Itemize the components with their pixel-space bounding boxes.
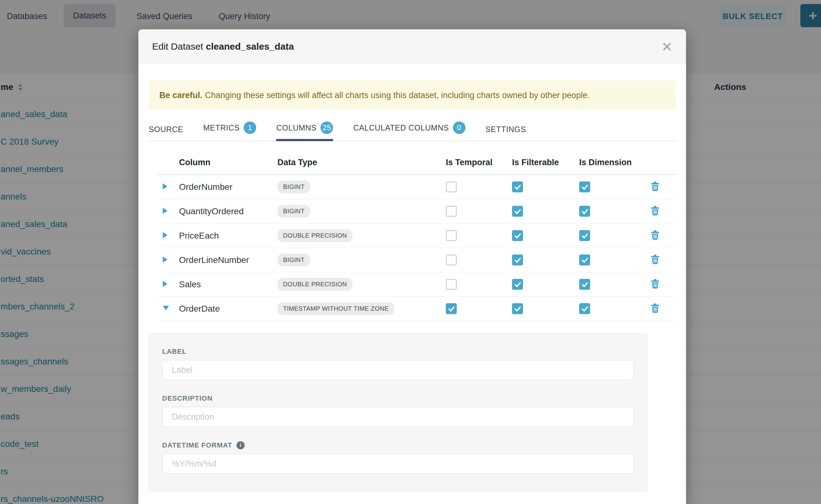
is-temporal-checkbox[interactable] [446,303,457,314]
caret-right-icon[interactable] [163,208,167,214]
column-name: PriceEach [179,231,277,241]
tab-calculated-columns[interactable]: CALCULATED COLUMNS 0 [353,121,465,141]
column-name: OrderNumber [179,182,277,192]
column-row: OrderLineNumber BIGINT [158,248,676,272]
is-temporal-checkbox[interactable] [446,230,457,241]
column-row: Sales DOUBLE PRECISION [158,272,676,297]
caret-right-icon[interactable] [163,281,167,287]
modal-tabs: SOURCE METRICS 1 COLUMNS 25 CALCULATED C… [149,124,676,141]
column-detail-panel: LABEL DESCRIPTION DATETIME FORMAT i [149,334,647,492]
close-icon[interactable] [662,41,672,52]
datetime-format-input[interactable] [162,454,634,474]
column-name: Sales [179,279,277,289]
description-field-label: DESCRIPTION [162,394,634,403]
tab-source[interactable]: SOURCE [149,125,183,141]
is-dimension-checkbox[interactable] [579,206,590,217]
columns-table-header: Column Data Type Is Temporal Is Filterab… [158,151,676,175]
header-is-temporal: Is Temporal [446,158,512,167]
tab-count-badge: 25 [320,121,333,134]
tab-settings[interactable]: SETTINGS [486,125,526,141]
caret-right-icon[interactable] [163,256,167,263]
data-type-pill: DOUBLE PRECISION [277,278,352,291]
column-row: QuantityOrdered BIGINT [158,199,676,224]
label-input[interactable] [162,360,634,380]
delete-column-button[interactable] [651,309,660,314]
tab-columns[interactable]: COLUMNS 25 [276,121,333,141]
is-temporal-checkbox[interactable] [446,254,457,265]
warning-bold: Be careful. [159,91,202,100]
header-data-type: Data Type [277,158,446,167]
is-dimension-checkbox[interactable] [579,279,590,290]
description-input[interactable] [162,407,634,427]
data-type-pill: BIGINT [277,205,310,218]
warning-banner: Be careful. Changing these settings will… [149,81,676,110]
column-row: OrderNumber BIGINT [158,175,676,199]
tab-count-badge: 1 [244,121,256,134]
datetime-format-field-label: DATETIME FORMAT i [162,441,634,449]
delete-column-button[interactable] [651,235,660,241]
is-filterable-checkbox[interactable] [512,181,523,192]
is-filterable-checkbox[interactable] [512,230,523,241]
delete-column-button[interactable] [651,284,660,289]
is-filterable-checkbox[interactable] [512,254,523,265]
columns-table: Column Data Type Is Temporal Is Filterab… [158,151,676,321]
info-icon[interactable]: i [236,441,245,449]
tab-count-badge: 0 [453,121,466,134]
trash-icon [651,303,660,313]
data-type-pill: DOUBLE PRECISION [277,229,352,242]
is-filterable-checkbox[interactable] [512,206,523,217]
trash-icon [651,181,660,191]
column-name: OrderDate [179,304,277,314]
modal-title: Edit Dataset cleaned_sales_data [152,41,294,52]
is-filterable-checkbox[interactable] [512,303,523,314]
delete-column-button[interactable] [651,187,660,192]
is-temporal-checkbox[interactable] [446,181,457,192]
label-field-label: LABEL [162,348,634,356]
tab-label: COLUMNS [276,123,316,132]
modal-title-prefix: Edit Dataset [152,41,203,52]
datetime-format-label-text: DATETIME FORMAT [162,441,232,449]
modal-body: Be careful. Changing these settings will… [138,81,686,492]
warning-text: Changing these settings will affect all … [205,91,590,100]
data-type-pill: BIGINT [277,254,310,266]
tab-label: SETTINGS [486,125,526,134]
header-is-filterable: Is Filterable [512,158,579,167]
column-name: OrderLineNumber [179,255,277,265]
is-dimension-checkbox[interactable] [579,181,590,192]
tab-label: CALCULATED COLUMNS [353,123,449,132]
is-dimension-checkbox[interactable] [579,303,590,314]
trash-icon [651,230,660,240]
caret-down-icon[interactable] [163,306,169,310]
caret-right-icon[interactable] [163,232,167,238]
column-row: OrderDate TIMESTAMP WITHOUT TIME ZONE [158,297,676,321]
is-dimension-checkbox[interactable] [579,254,590,265]
trash-icon [651,206,660,215]
is-temporal-checkbox[interactable] [446,279,457,290]
header-is-dimension: Is Dimension [579,158,651,167]
trash-icon [651,254,660,264]
trash-icon [651,279,660,289]
is-temporal-checkbox[interactable] [446,206,457,217]
header-column: Column [179,158,277,167]
column-row: PriceEach DOUBLE PRECISION [158,224,676,248]
column-name: QuantityOrdered [179,206,277,216]
is-filterable-checkbox[interactable] [512,279,523,290]
modal-dataset-name: cleaned_sales_data [206,41,294,52]
delete-column-button[interactable] [651,260,660,265]
columns-table-rows: OrderNumber BIGINT QuantityOrdered BIGIN… [158,175,676,321]
modal-header: Edit Dataset cleaned_sales_data [138,29,686,64]
tab-label: METRICS [203,123,240,132]
is-dimension-checkbox[interactable] [579,230,590,241]
data-type-pill: TIMESTAMP WITHOUT TIME ZONE [277,302,394,315]
caret-right-icon[interactable] [163,183,167,190]
data-type-pill: BIGINT [277,180,310,193]
edit-dataset-modal: Edit Dataset cleaned_sales_data Be caref… [138,29,686,504]
tab-metrics[interactable]: METRICS 1 [203,121,256,141]
delete-column-button[interactable] [651,211,660,216]
app: Databases Datasets Saved Queries Query H… [0,0,821,504]
tab-label: SOURCE [149,125,183,134]
